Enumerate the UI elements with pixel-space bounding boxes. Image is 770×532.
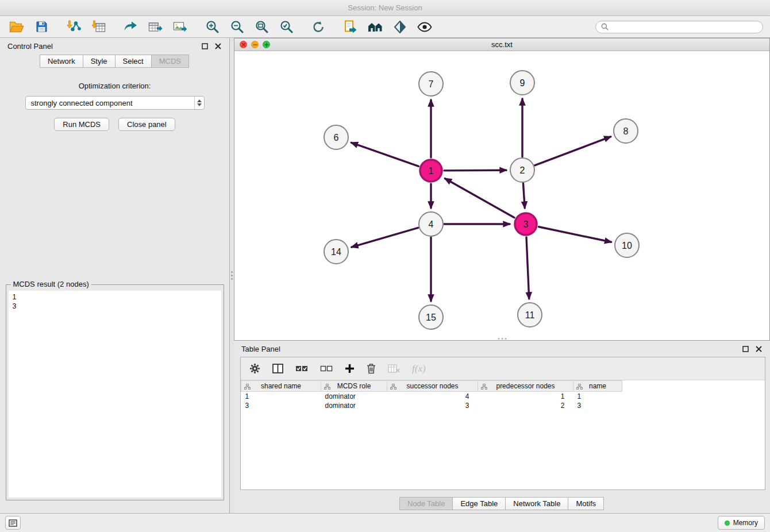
graph-node-label: 2 bbox=[520, 165, 525, 175]
export-network-button[interactable] bbox=[121, 18, 140, 36]
graph-node-label: 6 bbox=[334, 133, 339, 142]
graphics-details-button[interactable] bbox=[390, 18, 410, 36]
trash-icon bbox=[367, 363, 376, 374]
graph-edge-3-10[interactable] bbox=[539, 227, 611, 242]
window-zoom-icon[interactable] bbox=[263, 41, 270, 48]
column-header-name[interactable]: name bbox=[573, 381, 622, 392]
column-header-mcds-role[interactable]: MCDS role bbox=[321, 381, 387, 392]
graph-edge-4-14[interactable] bbox=[352, 228, 418, 247]
column-header-shared-name[interactable]: shared name bbox=[241, 381, 321, 392]
refresh-view-button[interactable] bbox=[309, 18, 328, 36]
export-table-button[interactable] bbox=[145, 18, 165, 36]
tab-motifs[interactable]: Motifs bbox=[568, 497, 604, 510]
graph-node-3[interactable]: 3 bbox=[515, 213, 537, 235]
graph-edge-2-3[interactable] bbox=[523, 183, 525, 208]
select-all-columns-button[interactable] bbox=[295, 364, 308, 373]
graph-edge-2-8[interactable] bbox=[535, 137, 611, 165]
open-session-button[interactable] bbox=[7, 18, 26, 36]
log-console-button[interactable] bbox=[5, 516, 21, 530]
criterion-dropdown[interactable]: strongly connected component bbox=[25, 96, 205, 110]
float-panel-icon[interactable] bbox=[201, 43, 209, 50]
graph-edge-1-6[interactable] bbox=[351, 142, 418, 166]
run-mcds-button[interactable]: Run MCDS bbox=[54, 118, 109, 131]
delete-column-button[interactable] bbox=[367, 363, 376, 374]
result-item[interactable]: 1 bbox=[13, 292, 217, 302]
delete-table-button[interactable] bbox=[388, 364, 400, 373]
mcds-result-list[interactable]: 1 3 bbox=[9, 291, 221, 498]
function-builder-button[interactable]: f(x) bbox=[412, 363, 426, 375]
tab-style[interactable]: Style bbox=[83, 55, 116, 68]
graph-edge-1-2[interactable] bbox=[444, 170, 506, 171]
first-neighbors-button[interactable] bbox=[365, 18, 385, 36]
zoom-out-button[interactable] bbox=[227, 18, 247, 36]
search-box[interactable] bbox=[595, 21, 763, 33]
table-row[interactable]: 1 dominator 4 1 1 bbox=[241, 392, 622, 401]
search-input[interactable] bbox=[611, 23, 757, 31]
window-minimize-icon[interactable] bbox=[251, 41, 259, 48]
graph-edge-3-1[interactable] bbox=[445, 179, 514, 218]
node-table-grid: shared name MCDS role successor nodes pr… bbox=[241, 380, 622, 410]
graph-node-15[interactable]: 15 bbox=[419, 305, 443, 329]
export-image-button[interactable] bbox=[170, 18, 190, 36]
float-table-panel-icon[interactable] bbox=[742, 345, 749, 353]
network-window-titlebar[interactable]: scc.txt bbox=[234, 38, 769, 51]
new-network-from-selection-button[interactable] bbox=[341, 18, 360, 36]
panel-splitter[interactable] bbox=[230, 38, 234, 513]
graph-edge-3-11[interactable] bbox=[526, 237, 529, 299]
tab-edge-table[interactable]: Edge Table bbox=[452, 497, 506, 510]
zoom-selected-button[interactable] bbox=[276, 18, 296, 36]
column-header-predecessor-nodes[interactable]: predecessor nodes bbox=[478, 381, 573, 392]
result-item[interactable]: 3 bbox=[13, 302, 217, 311]
graph-node-label: 9 bbox=[520, 78, 525, 88]
window-titlebar[interactable]: Session: New Session bbox=[0, 0, 770, 16]
close-panel-button[interactable]: Close panel bbox=[118, 118, 175, 131]
cell-shared-name[interactable]: 1 bbox=[241, 392, 321, 401]
graph-node-11[interactable]: 11 bbox=[518, 303, 542, 327]
tab-mcds[interactable]: MCDS bbox=[151, 55, 189, 68]
tab-network[interactable]: Network bbox=[40, 55, 83, 68]
save-session-button[interactable] bbox=[32, 18, 51, 36]
cell-mcds-role[interactable]: dominator bbox=[321, 401, 387, 410]
graph-node-2[interactable]: 2 bbox=[510, 158, 534, 182]
cell-shared-name[interactable]: 3 bbox=[241, 401, 321, 410]
zoom-out-icon bbox=[230, 20, 244, 33]
cell-predecessor-nodes[interactable]: 1 bbox=[478, 392, 573, 401]
column-header-successor-nodes[interactable]: successor nodes bbox=[387, 381, 478, 392]
graph-node-1[interactable]: 1 bbox=[420, 160, 442, 182]
tab-network-table[interactable]: Network Table bbox=[505, 497, 568, 510]
cell-successor-nodes[interactable]: 4 bbox=[387, 392, 478, 401]
table-row[interactable]: 3 dominator 3 2 3 bbox=[241, 401, 622, 410]
window-close-icon[interactable] bbox=[240, 41, 247, 48]
import-network-file-button[interactable] bbox=[64, 18, 83, 36]
close-table-panel-icon[interactable] bbox=[755, 345, 763, 353]
graph-node-10[interactable]: 10 bbox=[615, 233, 639, 257]
graph-node-7[interactable]: 7 bbox=[419, 72, 443, 96]
network-canvas[interactable]: 7968124314101511 bbox=[234, 51, 769, 340]
zoom-in-button[interactable] bbox=[202, 18, 222, 36]
delete-table-icon bbox=[388, 364, 400, 373]
show-columns-button[interactable] bbox=[272, 364, 283, 373]
tab-node-table[interactable]: Node Table bbox=[399, 497, 453, 510]
zoom-fit-button[interactable] bbox=[252, 18, 271, 36]
graph-node-8[interactable]: 8 bbox=[614, 119, 638, 143]
close-panel-icon[interactable] bbox=[214, 43, 222, 50]
graph-node-6[interactable]: 6 bbox=[324, 125, 348, 149]
node-table[interactable]: shared name MCDS role successor nodes pr… bbox=[241, 380, 765, 489]
add-column-button[interactable] bbox=[345, 364, 355, 373]
plus-icon bbox=[345, 364, 355, 373]
graph-node-4[interactable]: 4 bbox=[419, 212, 443, 236]
cell-name[interactable]: 1 bbox=[573, 392, 622, 401]
cell-name[interactable]: 3 bbox=[573, 401, 622, 410]
tab-select[interactable]: Select bbox=[115, 55, 152, 68]
show-hide-button[interactable] bbox=[415, 18, 434, 36]
deselect-all-columns-button[interactable] bbox=[320, 364, 333, 373]
graph-node-9[interactable]: 9 bbox=[510, 71, 534, 95]
cell-successor-nodes[interactable]: 3 bbox=[387, 401, 478, 410]
import-table-file-button[interactable] bbox=[88, 18, 108, 36]
memory-button[interactable]: Memory bbox=[718, 516, 765, 530]
graph-node-14[interactable]: 14 bbox=[324, 240, 348, 264]
cell-mcds-role[interactable]: dominator bbox=[321, 392, 387, 401]
mcds-panel-body: Optimization criterion: strongly connect… bbox=[0, 68, 229, 513]
table-settings-button[interactable] bbox=[249, 363, 260, 374]
cell-predecessor-nodes[interactable]: 2 bbox=[478, 401, 573, 410]
